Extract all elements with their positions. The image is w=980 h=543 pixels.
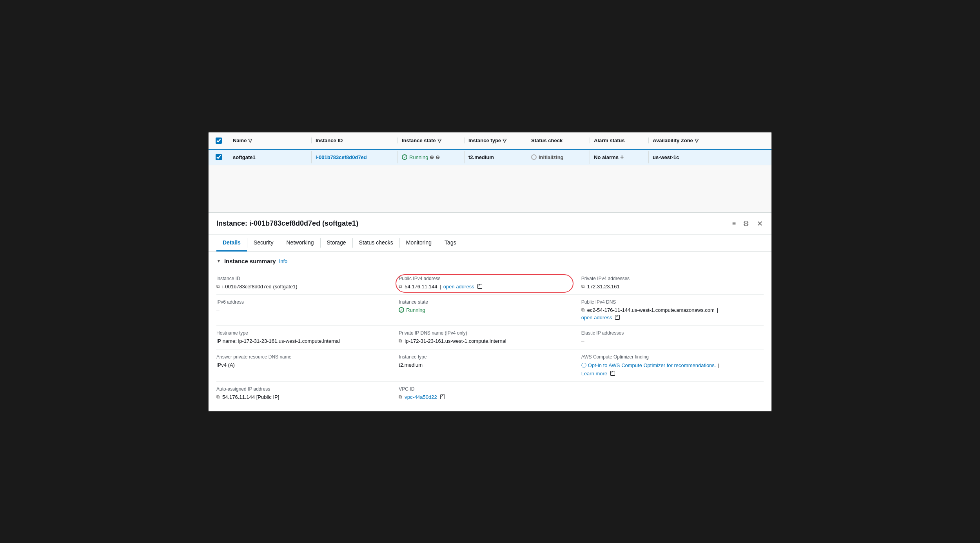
public-dns-text: ec2-54-176-11-144.us-west-1.compute.amaz… — [587, 307, 715, 313]
col-type-label: Instance type — [468, 138, 501, 143]
col-header-status-check: Status check — [527, 138, 590, 143]
field-private-ipv4: Private IPv4 addresses ⧉ 172.31.23.161 — [581, 271, 764, 294]
row-state-value: Running — [409, 154, 428, 160]
settings-button[interactable]: ⚙ — [742, 219, 750, 229]
tab-monitoring[interactable]: Monitoring — [400, 235, 438, 252]
compute-optimizer-info-icon: ⓘ — [581, 362, 586, 369]
select-all-col — [209, 138, 229, 144]
compute-optimizer-learn-row: Learn more — [581, 371, 757, 376]
copy-dns-icon[interactable]: ⧉ — [581, 307, 585, 313]
field-ipv6: IPv6 address – — [216, 294, 399, 325]
row-checkbox[interactable] — [216, 154, 222, 160]
col-status-label: Status check — [531, 138, 563, 143]
row-type-cell: t2.medium — [464, 151, 527, 163]
tab-storage[interactable]: Storage — [321, 235, 352, 252]
sort-icon-az: ▽ — [695, 138, 699, 143]
ext-link-icon-learn — [610, 371, 615, 376]
section-info-link[interactable]: Info — [279, 258, 288, 264]
private-dns-text: ip-172-31-23-161.us-west-1.compute.inter… — [405, 338, 506, 344]
instance-type-label: Instance type — [399, 354, 575, 360]
elastic-ip-value: – — [581, 338, 757, 344]
row-name-cell: softgate1 — [229, 151, 311, 163]
open-address-link-2[interactable]: open address — [581, 315, 612, 320]
public-ipv4-value: ⧉ 54.176.11.144 | open address — [399, 284, 575, 290]
public-ipv4-ip: 54.176.11.144 — [405, 284, 437, 290]
tab-tags[interactable]: Tags — [438, 235, 463, 252]
detail-panel-header: Instance: i-001b783cef8d0d7ed (softgate1… — [209, 213, 771, 235]
row-alarm-cell: No alarms + — [590, 150, 648, 164]
field-instance-type: Instance type t2.medium — [399, 349, 581, 381]
drag-handle-icon[interactable]: ≡ — [732, 220, 736, 227]
instance-type-text: t2.medium — [399, 362, 423, 368]
private-ipv4-value: ⧉ 172.31.23.161 — [581, 284, 757, 290]
init-circle-icon — [531, 154, 537, 160]
ipv6-label: IPv6 address — [216, 299, 392, 305]
select-all-checkbox[interactable] — [216, 138, 222, 144]
answer-dns-value: IPv4 (A) — [216, 362, 392, 368]
vpc-id-link[interactable]: vpc-44a50d22 — [405, 394, 437, 400]
private-dns-label: Private IP DNS name (IPv4 only) — [399, 330, 575, 336]
field-public-ipv4: Public IPv4 address ⧉ 54.176.11.144 | op… — [399, 271, 581, 294]
tab-details[interactable]: Details — [216, 235, 247, 252]
row-instance-id-link[interactable]: i-001b783cef8d0d7ed — [316, 154, 367, 160]
answer-dns-text: IPv4 (A) — [216, 362, 235, 368]
row-checkbox-cell — [209, 151, 229, 163]
sort-icon-type: ▽ — [503, 138, 506, 143]
open-address-link-1[interactable]: open address — [443, 284, 474, 290]
section-collapse-icon[interactable]: ▼ — [216, 258, 221, 264]
ext-link-icon-2 — [615, 315, 620, 320]
section-title: Instance summary — [224, 258, 276, 264]
copy-instance-id-icon[interactable]: ⧉ — [216, 284, 220, 289]
col-header-instance-type: Instance type ▽ — [464, 138, 527, 143]
field-vpc-id: VPC ID ⧉ vpc-44a50d22 — [399, 381, 581, 405]
instance-id-value: ⧉ i-001b783cef8d0d7ed (softgate1) — [216, 284, 392, 290]
public-ipv4-label: Public IPv4 address — [399, 276, 575, 281]
table-section: Name ▽ Instance ID Instance state ▽ Inst… — [209, 132, 771, 212]
empty-table-area — [209, 165, 771, 212]
add-alarm-icon[interactable]: + — [620, 154, 624, 161]
compute-optimizer-link[interactable]: Opt-in to AWS Compute Optimizer for reco… — [588, 362, 716, 368]
zoom-out-icon[interactable]: ⊖ — [436, 154, 440, 160]
col-header-instance-id: Instance ID — [311, 138, 397, 143]
zoom-in-icon[interactable]: ⊕ — [430, 154, 434, 160]
instance-id-text: i-001b783cef8d0d7ed (softgate1) — [222, 284, 298, 290]
section-title-row: ▼ Instance summary Info — [216, 258, 764, 264]
row-instance-id-cell: i-001b783cef8d0d7ed — [311, 151, 397, 163]
row-az-cell: us-west-1c — [648, 151, 771, 163]
main-container: Name ▽ Instance ID Instance state ▽ Inst… — [208, 132, 772, 412]
row-az-value: us-west-1c — [653, 154, 679, 160]
detail-panel-icons: ≡ ⚙ ✕ — [732, 219, 764, 229]
field-answer-private-dns: Answer private resource DNS name IPv4 (A… — [216, 349, 399, 381]
elastic-ip-label: Elastic IP addresses — [581, 330, 757, 336]
copy-private-dns-icon[interactable]: ⧉ — [399, 338, 402, 344]
copy-vpc-icon[interactable]: ⧉ — [399, 394, 402, 400]
public-dns-value: ⧉ ec2-54-176-11-144.us-west-1.compute.am… — [581, 307, 757, 313]
close-button[interactable]: ✕ — [756, 219, 764, 229]
col-header-alarm-status: Alarm status — [590, 138, 648, 143]
learn-more-link[interactable]: Learn more — [581, 371, 607, 376]
ext-link-icon-vpc — [440, 395, 445, 399]
field-private-dns: Private IP DNS name (IPv4 only) ⧉ ip-172… — [399, 325, 581, 349]
tab-networking[interactable]: Networking — [280, 235, 320, 252]
zoom-icons: ⊕ ⊖ — [430, 154, 440, 160]
pipe-sep-1: | — [439, 284, 441, 290]
row-state-cell: Running ⊕ ⊖ — [397, 151, 464, 163]
field-compute-optimizer: AWS Compute Optimizer finding ⓘ Opt-in t… — [581, 349, 764, 381]
compute-optimizer-label: AWS Compute Optimizer finding — [581, 354, 757, 360]
private-dns-value: ⧉ ip-172-31-23-161.us-west-1.compute.int… — [399, 338, 575, 344]
tab-security[interactable]: Security — [247, 235, 280, 252]
row-name-value: softgate1 — [233, 154, 256, 160]
row-alarm-value: No alarms — [594, 154, 619, 160]
ipv6-value: – — [216, 307, 392, 313]
answer-dns-label: Answer private resource DNS name — [216, 354, 392, 360]
detail-panel-title: Instance: i-001b783cef8d0d7ed (softgate1… — [216, 219, 358, 228]
auto-assigned-label: Auto-assigned IP address — [216, 386, 392, 392]
copy-auto-ip-icon[interactable]: ⧉ — [216, 394, 220, 400]
copy-private-ipv4-icon[interactable]: ⧉ — [581, 284, 585, 289]
copy-public-ipv4-icon[interactable]: ⧉ — [399, 284, 402, 289]
tab-status-checks[interactable]: Status checks — [353, 235, 399, 252]
ext-link-icon-1 — [477, 284, 482, 289]
detail-content: ▼ Instance summary Info Instance ID ⧉ i-… — [209, 252, 771, 411]
row-status-cell: Initializing — [527, 151, 590, 163]
table-row[interactable]: softgate1 i-001b783cef8d0d7ed Running ⊕ … — [209, 150, 771, 165]
